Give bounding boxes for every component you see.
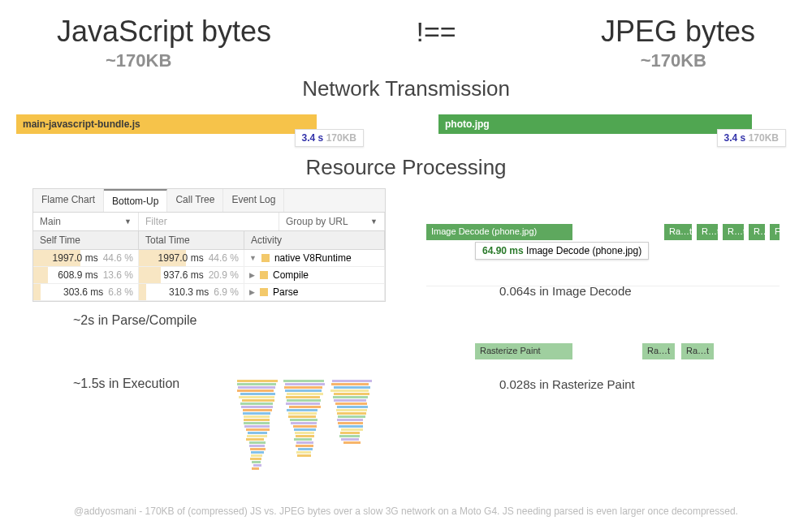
network-row: main-javascript-bundle.js 3.4 s 170KB ph… — [0, 101, 812, 134]
disclosure-icon[interactable]: ▶ — [249, 288, 255, 296]
decode-tip: R…t — [723, 224, 744, 240]
header-row: JavaScript bytes !== JPEG bytes — [0, 0, 812, 49]
decode-tip: Ra…t — [664, 224, 692, 240]
decode-row: Image Decode (phone.jpg) Ra…t R…t R…t R…… — [426, 224, 780, 240]
tab-call-tree[interactable]: Call Tree — [167, 189, 223, 212]
devtools-filter-row: Main ▼ Filter Group by URL ▼ — [33, 213, 385, 231]
decode-block-main: Image Decode (phone.jpg) — [426, 224, 572, 240]
network-jpg-size: 170KB — [749, 132, 779, 144]
kb-row: ~170KB ~170KB — [0, 49, 812, 71]
section-processing-title: Resource Processing — [0, 155, 812, 180]
thread-label: Main — [40, 216, 61, 227]
group-label: Group by URL — [286, 216, 348, 227]
filter-input[interactable]: Filter — [139, 213, 279, 230]
decode-tip: R… — [749, 224, 765, 240]
network-js-size: 170KB — [326, 132, 356, 144]
cell-activity: ▶Compile — [244, 267, 385, 283]
title-js: JavaScript bytes — [57, 15, 271, 49]
network-bar-jpg: photo.jpg — [438, 114, 752, 134]
title-jpeg: JPEG bytes — [601, 15, 755, 49]
col-activity[interactable]: Activity — [244, 231, 385, 249]
raster-tip: Ra…t — [681, 343, 714, 359]
chevron-down-icon: ▼ — [370, 217, 378, 226]
network-tag-jpg: 3.4 s 170KB — [717, 129, 786, 147]
cell-activity: ▶Parse — [244, 284, 385, 300]
network-jpg-col: photo.jpg 3.4 s 170KB — [438, 114, 780, 134]
category-swatch-icon — [260, 271, 268, 279]
thread-select[interactable]: Main ▼ — [33, 213, 139, 230]
caption-raster: 0.028s in Rasterize Paint — [426, 377, 780, 391]
processing-right: Image Decode (phone.jpg) Ra…t R…t R…t R…… — [426, 188, 780, 391]
network-bar-js: main-javascript-bundle.js — [16, 114, 317, 134]
cell-activity: ▼native V8Runtime — [244, 250, 385, 266]
table-body: 1997.0 ms44.6 %1997.0 ms44.6 %▼native V8… — [33, 250, 385, 301]
caption-parse: ~2s in Parse/Compile — [73, 313, 386, 328]
tab-flame-chart[interactable]: Flame Chart — [33, 189, 104, 212]
kb-left: ~170KB — [106, 50, 171, 71]
cell-total-time: 310.3 ms6.9 % — [139, 284, 244, 300]
network-tag-js: 3.4 s 170KB — [295, 129, 364, 147]
table-row[interactable]: 303.6 ms6.8 %310.3 ms6.9 %▶Parse — [33, 284, 385, 301]
network-jpg-time: 3.4 s — [724, 132, 746, 144]
devtools-panel: Flame Chart Bottom-Up Call Tree Event Lo… — [32, 188, 386, 302]
category-swatch-icon — [260, 288, 268, 296]
cell-self-time: 1997.0 ms44.6 % — [33, 250, 139, 266]
tab-event-log[interactable]: Event Log — [223, 189, 284, 212]
disclosure-icon[interactable]: ▶ — [249, 271, 255, 279]
category-swatch-icon — [261, 254, 270, 262]
table-header: Self Time Total Time Activity — [33, 231, 385, 250]
decode-tip: R…t — [697, 224, 718, 240]
devtools-tabs: Flame Chart Bottom-Up Call Tree Event Lo… — [33, 189, 385, 213]
raster-block-main: Rasterize Paint — [475, 343, 572, 359]
kb-right: ~170KB — [641, 50, 706, 71]
processing-left: Flame Chart Bottom-Up Call Tree Event Lo… — [32, 188, 386, 391]
network-js-col: main-javascript-bundle.js 3.4 s 170KB — [16, 114, 357, 134]
tab-bottom-up[interactable]: Bottom-Up — [104, 189, 167, 212]
cell-self-time: 608.9 ms13.6 % — [33, 267, 139, 283]
disclosure-icon[interactable]: ▼ — [249, 254, 257, 262]
table-row[interactable]: 608.9 ms13.6 %937.6 ms20.9 %▶Compile — [33, 267, 385, 284]
table-row[interactable]: 1997.0 ms44.6 %1997.0 ms44.6 %▼native V8… — [33, 250, 385, 267]
group-select[interactable]: Group by URL ▼ — [279, 213, 385, 230]
raster-tip: Ra…t — [642, 343, 675, 359]
network-js-time: 3.4 s — [302, 132, 324, 144]
col-self-time[interactable]: Self Time — [33, 231, 139, 249]
cell-self-time: 303.6 ms6.8 % — [33, 284, 139, 300]
cell-total-time: 1997.0 ms44.6 % — [139, 250, 244, 266]
chevron-down-icon: ▼ — [124, 217, 132, 226]
flame-chart-thumbnail — [235, 380, 374, 477]
decode-tip: F — [770, 224, 780, 240]
processing-row: Flame Chart Bottom-Up Call Tree Event Lo… — [0, 180, 812, 391]
raster-row: Rasterize Paint Ra…t Ra…t — [475, 343, 780, 359]
title-op: !== — [416, 16, 456, 48]
cell-total-time: 937.6 ms20.9 % — [139, 267, 244, 283]
left-captions: ~2s in Parse/Compile ~1.5s in Execution — [32, 302, 386, 391]
section-network-title: Network Transmission — [0, 76, 812, 101]
col-total-time[interactable]: Total Time — [139, 231, 244, 249]
footnote: @addyosmani - 170KB of (compressed) JS v… — [0, 506, 812, 517]
